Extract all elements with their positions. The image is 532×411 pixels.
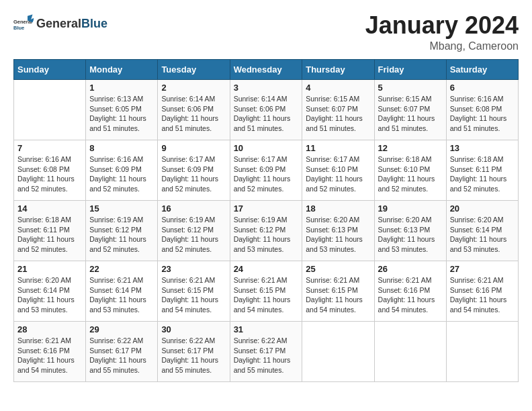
day-info: Sunrise: 6:20 AMSunset: 6:14 PMDaylight:… bbox=[450, 215, 515, 255]
calendar-cell: 24Sunrise: 6:21 AMSunset: 6:15 PMDayligh… bbox=[230, 261, 302, 322]
calendar-cell: 1Sunrise: 6:13 AMSunset: 6:05 PMDaylight… bbox=[86, 80, 158, 140]
day-of-week-friday: Friday bbox=[374, 60, 446, 80]
calendar-cell: 7Sunrise: 6:16 AMSunset: 6:08 PMDaylight… bbox=[14, 140, 86, 201]
calendar-cell bbox=[374, 322, 446, 382]
days-of-week-row: SundayMondayTuesdayWednesdayThursdayFrid… bbox=[14, 60, 519, 80]
calendar-cell: 26Sunrise: 6:21 AMSunset: 6:16 PMDayligh… bbox=[374, 261, 446, 322]
calendar-cell: 10Sunrise: 6:17 AMSunset: 6:09 PMDayligh… bbox=[230, 140, 302, 201]
logo-general: General bbox=[36, 17, 81, 31]
day-of-week-wednesday: Wednesday bbox=[230, 60, 302, 80]
calendar-body: 1Sunrise: 6:13 AMSunset: 6:05 PMDaylight… bbox=[14, 80, 519, 382]
day-of-week-thursday: Thursday bbox=[302, 60, 374, 80]
day-info: Sunrise: 6:19 AMSunset: 6:12 PMDaylight:… bbox=[234, 215, 299, 255]
day-number: 31 bbox=[234, 324, 299, 334]
calendar-cell: 30Sunrise: 6:22 AMSunset: 6:17 PMDayligh… bbox=[158, 322, 230, 382]
day-number: 3 bbox=[234, 83, 299, 93]
day-info: Sunrise: 6:22 AMSunset: 6:17 PMDaylight:… bbox=[234, 336, 299, 375]
day-number: 27 bbox=[450, 264, 515, 274]
day-info: Sunrise: 6:21 AMSunset: 6:15 PMDaylight:… bbox=[161, 275, 226, 315]
svg-text:Blue: Blue bbox=[13, 25, 24, 31]
calendar-cell: 16Sunrise: 6:19 AMSunset: 6:12 PMDayligh… bbox=[158, 201, 230, 261]
day-number: 19 bbox=[378, 203, 443, 214]
day-info: Sunrise: 6:15 AMSunset: 6:07 PMDaylight:… bbox=[378, 94, 443, 134]
day-info: Sunrise: 6:18 AMSunset: 6:11 PMDaylight:… bbox=[450, 154, 515, 194]
day-of-week-saturday: Saturday bbox=[446, 60, 518, 80]
calendar-table: SundayMondayTuesdayWednesdayThursdayFrid… bbox=[13, 59, 519, 382]
day-number: 22 bbox=[89, 264, 154, 274]
calendar-cell: 9Sunrise: 6:17 AMSunset: 6:09 PMDaylight… bbox=[158, 140, 230, 201]
day-info: Sunrise: 6:13 AMSunset: 6:05 PMDaylight:… bbox=[89, 94, 154, 134]
day-number: 20 bbox=[450, 203, 515, 214]
logo-icon: General Blue bbox=[13, 13, 34, 34]
day-number: 30 bbox=[161, 324, 226, 334]
calendar-cell: 13Sunrise: 6:18 AMSunset: 6:11 PMDayligh… bbox=[446, 140, 518, 201]
day-number: 26 bbox=[378, 264, 443, 274]
day-number: 9 bbox=[161, 143, 226, 153]
calendar-cell: 15Sunrise: 6:19 AMSunset: 6:12 PMDayligh… bbox=[86, 201, 158, 261]
calendar-cell: 20Sunrise: 6:20 AMSunset: 6:14 PMDayligh… bbox=[446, 201, 518, 261]
day-of-week-sunday: Sunday bbox=[14, 60, 86, 80]
day-info: Sunrise: 6:20 AMSunset: 6:13 PMDaylight:… bbox=[378, 215, 443, 255]
calendar-cell: 29Sunrise: 6:22 AMSunset: 6:17 PMDayligh… bbox=[86, 322, 158, 382]
day-info: Sunrise: 6:19 AMSunset: 6:12 PMDaylight:… bbox=[89, 215, 154, 255]
day-number: 10 bbox=[234, 143, 299, 153]
day-number: 14 bbox=[17, 203, 82, 214]
day-info: Sunrise: 6:19 AMSunset: 6:12 PMDaylight:… bbox=[161, 215, 226, 255]
calendar-cell: 14Sunrise: 6:18 AMSunset: 6:11 PMDayligh… bbox=[14, 201, 86, 261]
day-number: 23 bbox=[161, 264, 226, 274]
day-number: 12 bbox=[378, 143, 443, 153]
day-info: Sunrise: 6:17 AMSunset: 6:10 PMDaylight:… bbox=[306, 154, 370, 194]
day-number: 28 bbox=[17, 324, 82, 334]
calendar-cell: 31Sunrise: 6:22 AMSunset: 6:17 PMDayligh… bbox=[230, 322, 302, 382]
day-number: 16 bbox=[161, 203, 226, 214]
day-number: 5 bbox=[378, 83, 443, 93]
calendar-cell: 8Sunrise: 6:16 AMSunset: 6:09 PMDaylight… bbox=[86, 140, 158, 201]
logo-blue: Blue bbox=[81, 17, 107, 31]
calendar-header: SundayMondayTuesdayWednesdayThursdayFrid… bbox=[14, 60, 519, 80]
day-info: Sunrise: 6:21 AMSunset: 6:15 PMDaylight:… bbox=[234, 275, 299, 315]
calendar-cell: 5Sunrise: 6:15 AMSunset: 6:07 PMDaylight… bbox=[374, 80, 446, 140]
day-info: Sunrise: 6:17 AMSunset: 6:09 PMDaylight:… bbox=[234, 154, 299, 194]
calendar-week-5: 28Sunrise: 6:21 AMSunset: 6:16 PMDayligh… bbox=[14, 322, 519, 382]
day-info: Sunrise: 6:16 AMSunset: 6:09 PMDaylight:… bbox=[89, 154, 154, 194]
day-number: 4 bbox=[306, 83, 370, 93]
calendar-cell: 11Sunrise: 6:17 AMSunset: 6:10 PMDayligh… bbox=[302, 140, 374, 201]
calendar-title-block: January 2024 Mbang, Cameroon bbox=[365, 13, 519, 52]
day-number: 1 bbox=[89, 83, 154, 93]
day-of-week-tuesday: Tuesday bbox=[158, 60, 230, 80]
day-of-week-monday: Monday bbox=[86, 60, 158, 80]
day-info: Sunrise: 6:21 AMSunset: 6:15 PMDaylight:… bbox=[306, 275, 370, 315]
day-number: 17 bbox=[234, 203, 299, 214]
calendar-cell: 18Sunrise: 6:20 AMSunset: 6:13 PMDayligh… bbox=[302, 201, 374, 261]
day-number: 13 bbox=[450, 143, 515, 153]
day-number: 24 bbox=[234, 264, 299, 274]
day-number: 25 bbox=[306, 264, 370, 274]
day-info: Sunrise: 6:17 AMSunset: 6:09 PMDaylight:… bbox=[161, 154, 226, 194]
calendar-cell: 2Sunrise: 6:14 AMSunset: 6:06 PMDaylight… bbox=[158, 80, 230, 140]
calendar-cell: 3Sunrise: 6:14 AMSunset: 6:06 PMDaylight… bbox=[230, 80, 302, 140]
calendar-cell: 21Sunrise: 6:20 AMSunset: 6:14 PMDayligh… bbox=[14, 261, 86, 322]
day-info: Sunrise: 6:21 AMSunset: 6:16 PMDaylight:… bbox=[378, 275, 443, 315]
calendar-cell bbox=[446, 322, 518, 382]
day-info: Sunrise: 6:16 AMSunset: 6:08 PMDaylight:… bbox=[17, 154, 82, 194]
day-info: Sunrise: 6:20 AMSunset: 6:13 PMDaylight:… bbox=[306, 215, 370, 255]
calendar-location: Mbang, Cameroon bbox=[365, 40, 519, 52]
day-info: Sunrise: 6:15 AMSunset: 6:07 PMDaylight:… bbox=[306, 94, 370, 134]
day-info: Sunrise: 6:16 AMSunset: 6:08 PMDaylight:… bbox=[450, 94, 515, 134]
calendar-cell: 4Sunrise: 6:15 AMSunset: 6:07 PMDaylight… bbox=[302, 80, 374, 140]
calendar-cell bbox=[14, 80, 86, 140]
day-number: 21 bbox=[17, 264, 82, 274]
day-number: 29 bbox=[89, 324, 154, 334]
day-info: Sunrise: 6:22 AMSunset: 6:17 PMDaylight:… bbox=[161, 336, 226, 375]
day-info: Sunrise: 6:18 AMSunset: 6:11 PMDaylight:… bbox=[17, 215, 82, 255]
day-number: 8 bbox=[89, 143, 154, 153]
day-info: Sunrise: 6:14 AMSunset: 6:06 PMDaylight:… bbox=[161, 94, 226, 134]
day-number: 18 bbox=[306, 203, 370, 214]
calendar-cell: 6Sunrise: 6:16 AMSunset: 6:08 PMDaylight… bbox=[446, 80, 518, 140]
day-info: Sunrise: 6:18 AMSunset: 6:10 PMDaylight:… bbox=[378, 154, 443, 194]
day-number: 6 bbox=[450, 83, 515, 93]
day-info: Sunrise: 6:21 AMSunset: 6:16 PMDaylight:… bbox=[450, 275, 515, 315]
day-info: Sunrise: 6:20 AMSunset: 6:14 PMDaylight:… bbox=[17, 275, 82, 315]
page-header: General Blue General Blue January 2024 M… bbox=[13, 13, 519, 52]
day-info: Sunrise: 6:21 AMSunset: 6:16 PMDaylight:… bbox=[17, 336, 82, 375]
